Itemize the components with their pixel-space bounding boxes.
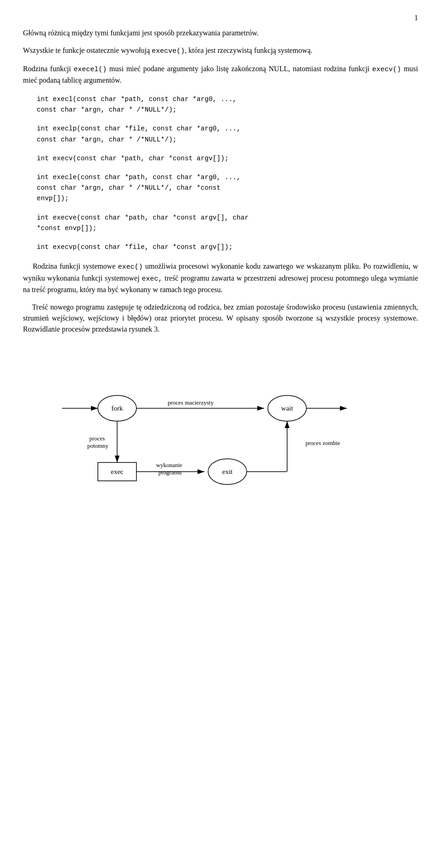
paragraph-6: Treść nowego programu zastępuje tę odzie…: [23, 302, 418, 335]
paragraph-2-code: execve(): [152, 47, 185, 55]
wait-label: wait: [281, 405, 294, 412]
paragraph-2-rest: , która jest rzeczywistą funkcją systemo…: [185, 46, 312, 54]
paragraph-4-start: Rodzina funkcji systemowe: [33, 262, 118, 270]
exec-label: exec: [111, 468, 124, 475]
diagram-container: fork proces macierzysty wait proces poto…: [23, 353, 418, 509]
paragraph-5-code: exec,: [141, 275, 162, 283]
paragraph-3-start: Rodzina funkcji: [23, 65, 74, 73]
code-execve: int execve(const char *path, char *const…: [37, 213, 418, 234]
code-execlp: int execlp(const char *file, const char …: [37, 124, 418, 145]
proces-potomny-label: proces potomny: [87, 435, 109, 449]
paragraph-3-code1: execel(): [74, 66, 107, 73]
fork-label: fork: [112, 405, 123, 412]
code-execle: int execle(const char *path, const char …: [37, 172, 418, 204]
proces-zombie-label: proces zombie: [305, 440, 340, 446]
paragraph-4-end: umożliwia procesowi wykonanie kodu zawar…: [143, 262, 361, 270]
wykonanie-programu-label: wykonanie programu: [156, 462, 184, 476]
paragraph-1-text: Główną różnicą między tymi funkcjami jes…: [23, 29, 259, 37]
code-execv: int execv(const char *path, char *const …: [37, 153, 418, 164]
page: 1 Główną różnicą między tymi funkcjami j…: [0, 0, 441, 868]
page-number: 1: [414, 14, 418, 22]
paragraph-1: Główną różnicą między tymi funkcjami jes…: [23, 28, 418, 39]
code-execvp: int execvp(const char *file, char *const…: [37, 242, 418, 253]
paragraph-4: Rodzina funkcji systemowe exec() umożliw…: [23, 261, 418, 295]
proces-macierzysty-label: proces macierzysty: [168, 399, 214, 406]
paragraph-2-start: Wszystkie te funkcje ostatecznie wywołuj…: [23, 46, 152, 54]
paragraph-6-text: Treść nowego programu zastępuje tę odzie…: [23, 303, 418, 333]
process-diagram: fork proces macierzysty wait proces poto…: [48, 362, 393, 509]
paragraph-2: Wszystkie te funkcje ostatecznie wywołuj…: [23, 45, 418, 57]
paragraph-3: Rodzina funkcji execel() musi mieć podan…: [23, 63, 418, 86]
paragraph-4-code: exec(): [118, 263, 143, 271]
code-execl: int execl(const char *path, const char *…: [37, 94, 418, 115]
paragraph-3-mid: musi mieć podane argumenty jako listę za…: [107, 65, 372, 73]
paragraph-3-code2: execv(): [372, 66, 401, 73]
exit-label: exit: [222, 468, 233, 475]
